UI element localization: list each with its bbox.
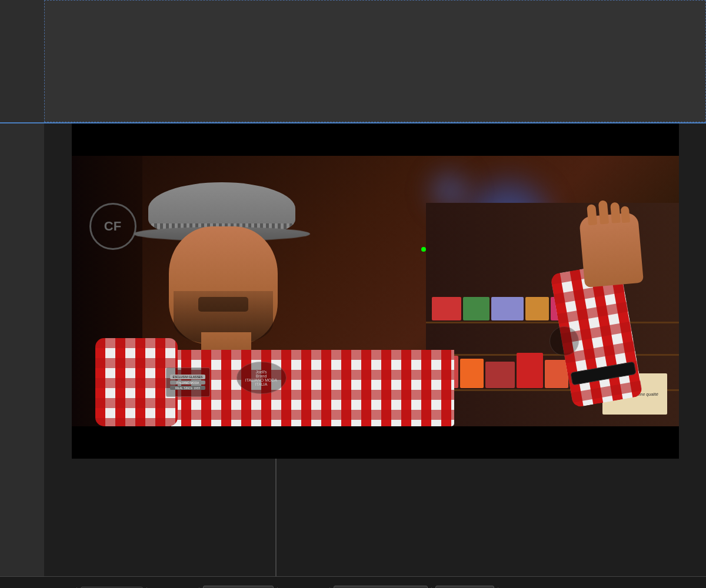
scene-background: CF (72, 156, 679, 426)
item-2 (460, 359, 484, 388)
one-view-dropdown[interactable]: 1 View ▼ (435, 586, 494, 589)
item-4 (517, 353, 543, 388)
crop-button[interactable] (52, 584, 73, 589)
bottom-divider (275, 459, 277, 576)
shelf-line-1 (426, 322, 679, 323)
finger-2 (598, 200, 608, 224)
letterbox-top (72, 123, 679, 156)
viewer-container: CF (44, 123, 706, 576)
face (169, 226, 278, 344)
paper-green (463, 297, 489, 320)
item-3 (485, 362, 515, 388)
patch-text-1: ESCLUSIVI GLASSES (170, 375, 205, 379)
paper-purple (491, 297, 524, 320)
fit-frame-button[interactable] (28, 584, 49, 589)
paper-orange (525, 297, 549, 320)
left-arm (95, 338, 178, 426)
quality-button[interactable] (281, 584, 302, 589)
video-image: CF (72, 156, 679, 426)
chest-patch: Joell'sBrandITALIANO MODAITALIA (237, 362, 287, 394)
active-camera-dropdown[interactable]: Active Camera ▼ (334, 586, 428, 589)
finger-3 (610, 202, 621, 223)
panel-dropdown-button[interactable] (5, 584, 26, 589)
finger-1 (587, 204, 597, 225)
paper-red (432, 297, 461, 320)
main-area: CF (0, 123, 706, 576)
grid-button[interactable] (305, 584, 326, 589)
resolution-dropdown[interactable]: Full ▼ (203, 586, 274, 589)
right-shelves: Savon de la bonne qualité (426, 203, 679, 426)
top-panel (0, 0, 706, 123)
layout-button[interactable] (502, 584, 523, 589)
video-frame: CF (72, 123, 679, 459)
color-button[interactable] (174, 584, 195, 589)
patch-text-2: ITALIANO MODA (170, 380, 205, 385)
snapshot-button[interactable] (151, 584, 172, 589)
item-5 (545, 360, 568, 388)
watch (570, 362, 636, 386)
sync-button[interactable] (525, 584, 547, 589)
left-sidebar (0, 123, 44, 576)
letterbox-bottom (72, 426, 679, 459)
logo-circle: CF (89, 203, 136, 250)
bokeh-green-dot (421, 247, 426, 252)
top-panel-inner[interactable] (44, 0, 706, 122)
mustache (198, 297, 248, 312)
patch-text-3: REAL SINCE 1933 (170, 386, 205, 390)
shirt-patch-left: ESCLUSIVI GLASSES ITALIANO MODA REAL SIN… (166, 368, 210, 397)
finger-4 (620, 206, 630, 223)
left-sidebar-top (0, 0, 44, 122)
toolbar: 0:00:06:07 Full ▼ (0, 576, 706, 588)
hand-raised (578, 212, 643, 288)
arm-badge (550, 326, 579, 356)
